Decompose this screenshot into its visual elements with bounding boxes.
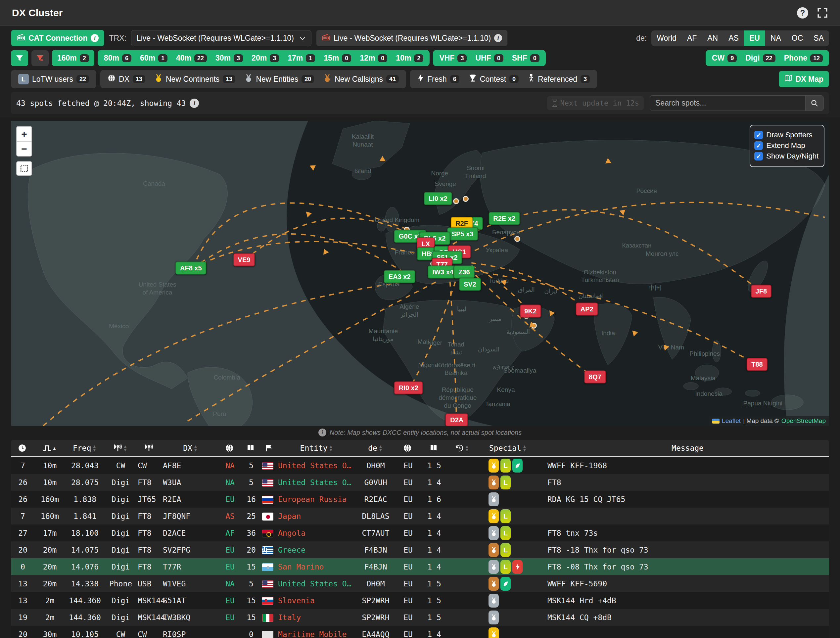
- spot-badge-8q7[interactable]: 8Q7: [584, 371, 606, 384]
- spot-badge-jf8[interactable]: JF8: [751, 285, 772, 298]
- spot-badge-d2a[interactable]: D2A: [445, 413, 468, 426]
- filter-fresh[interactable]: Fresh6: [414, 72, 463, 86]
- table-row[interactable]: 7160m1.841DigiFT8JF8QNFAS25JapanDL8LASEU…: [11, 508, 829, 524]
- search-icon[interactable]: [805, 95, 824, 111]
- col-dx-continent[interactable]: [218, 444, 240, 452]
- leaflet-link[interactable]: Leaflet: [722, 417, 741, 425]
- openstreetmap-link[interactable]: OpenStreetMap: [782, 417, 826, 425]
- band-filter-10m[interactable]: 10m2: [392, 52, 427, 65]
- map-option-draw-spotters[interactable]: ✓Draw Spotters: [754, 131, 818, 139]
- de-continent-oc[interactable]: OC: [786, 30, 808, 46]
- table-row[interactable]: 1320m14.338PhoneUSBW1VEGNA5United States…: [11, 575, 829, 592]
- map-option-extend-map[interactable]: ✓Extend Map: [754, 141, 818, 150]
- cat-connection-button[interactable]: CAT Connection i: [11, 30, 104, 46]
- map-fullscreen-button[interactable]: [16, 161, 32, 176]
- col-dx[interactable]: DX▲▼: [161, 444, 218, 452]
- dx-map-label: DX Map: [796, 75, 823, 84]
- col-dx-spotters[interactable]: [240, 444, 261, 452]
- de-continent-eu[interactable]: EU: [744, 30, 765, 46]
- spot-badge-t88[interactable]: T88: [747, 358, 767, 371]
- spot-badge-af8[interactable]: AF8 x5: [175, 262, 207, 275]
- spot-badge-sv2[interactable]: SV2: [459, 278, 481, 291]
- cell-freq: 144.360: [65, 613, 104, 622]
- band-filter-15m[interactable]: 15m0: [320, 52, 355, 65]
- spot-badge-ea3[interactable]: EA3 x2: [384, 270, 415, 283]
- filter-new-continents[interactable]: New Continents13: [151, 72, 239, 86]
- band-filter-uhf[interactable]: UHF0: [472, 52, 507, 65]
- col-special[interactable]: Special▲▼: [477, 444, 546, 452]
- filter-new-entities[interactable]: New Entities20: [241, 72, 318, 86]
- band-filter-cw[interactable]: CW9: [708, 52, 741, 65]
- filter-referenced[interactable]: Referenced3: [524, 72, 594, 86]
- col-band[interactable]: ▲: [33, 444, 65, 452]
- col-de-spotters[interactable]: [420, 444, 447, 452]
- info-icon[interactable]: i: [494, 34, 502, 42]
- table-row[interactable]: 020m14.076DigiFT8T77REU15San MarinoF4BJN…: [11, 558, 829, 575]
- band-filter-40m[interactable]: 40m22: [172, 52, 210, 65]
- fullscreen-icon[interactable]: [817, 7, 828, 19]
- table-row[interactable]: 2030m10.105CWCWRI0SP0Maritime MobileEA4A…: [11, 626, 829, 638]
- zoom-out-button[interactable]: −: [17, 141, 32, 156]
- band-filter-80m[interactable]: 80m6: [100, 52, 135, 65]
- band-filter-phone[interactable]: Phone12: [780, 52, 826, 65]
- table-row[interactable]: 710m28.043CWCWAF8ENA5United States O…OH0…: [11, 457, 829, 474]
- dx-map[interactable]: KalaallitNunaatIslandNorgeSverigeSuomiFi…: [11, 121, 829, 426]
- col-submode[interactable]: [136, 444, 161, 452]
- table-row[interactable]: 132m144.360DigiMSK144S51ATEU15SloveniaSP…: [11, 592, 829, 609]
- band-filter-60m[interactable]: 60m1: [136, 52, 171, 65]
- map-country-label: افغانستان: [578, 292, 604, 300]
- col-freq[interactable]: Freq▲▼: [65, 444, 104, 452]
- info-icon[interactable]: i: [91, 34, 99, 42]
- search-input[interactable]: [650, 95, 805, 111]
- de-continent-world[interactable]: World: [651, 30, 682, 46]
- table-row[interactable]: 2020m14.075DigiFT8SV2FPGEU20GreeceF4BJNE…: [11, 542, 829, 558]
- map-country-label: KalaallitNunaat: [352, 133, 374, 148]
- spot-badge-ap2[interactable]: AP2: [576, 302, 598, 315]
- table-row[interactable]: 2610m28.075DigiFT8W3UANA5United States O…: [11, 474, 829, 491]
- spot-badge-ve9[interactable]: VE9: [233, 253, 255, 266]
- table-row[interactable]: 192m144.360DigiMSK144IW3BKQEU15ItalySP2W…: [11, 609, 829, 626]
- col-de[interactable]: de▲▼: [355, 444, 395, 452]
- band-filter-20m[interactable]: 20m3: [248, 52, 283, 65]
- col-entity[interactable]: Entity▲▼: [277, 444, 355, 452]
- trx-select[interactable]: Live - WebSocket (Requires WLGate>=1.1.1…: [131, 30, 311, 46]
- band-filter-17m[interactable]: 17m1: [284, 52, 319, 65]
- de-continent-an[interactable]: AN: [702, 30, 723, 46]
- de-continent-af[interactable]: AF: [682, 30, 702, 46]
- band-filter-12m[interactable]: 12m0: [356, 52, 391, 65]
- spot-badge-li0[interactable]: LI0 x2: [424, 192, 452, 205]
- table-row[interactable]: 2717m18.100DigiFT8D2ACEAF36AngolaCT7AUTE…: [11, 524, 829, 542]
- de-continent-na[interactable]: NA: [765, 30, 786, 46]
- spot-badge-sp5[interactable]: SP5 x3: [447, 228, 478, 240]
- band-filter-vhf[interactable]: VHF3: [436, 52, 470, 65]
- map-option-show-day-night[interactable]: ✓Show Day/Night: [754, 152, 818, 161]
- band-filter-digi[interactable]: Digi22: [742, 52, 779, 65]
- filter-dx[interactable]: DX13: [104, 72, 149, 86]
- col-mode[interactable]: ▲▼: [104, 444, 136, 452]
- col-time[interactable]: [11, 444, 33, 452]
- spot-badge-iw3[interactable]: IW3 x4: [428, 266, 458, 279]
- spot-badge-9k2[interactable]: 9K2: [519, 305, 541, 318]
- filter-off-button[interactable]: [32, 50, 49, 66]
- spot-badge-z36[interactable]: Z36: [454, 266, 474, 279]
- band-filter-shf[interactable]: SHF0: [508, 52, 543, 65]
- dx-map-button[interactable]: DX Map: [779, 71, 829, 87]
- col-de-continent[interactable]: [395, 444, 420, 452]
- col-history[interactable]: ▲▼: [447, 444, 477, 452]
- zoom-in-button[interactable]: +: [17, 127, 32, 141]
- live-websocket-button[interactable]: Live - WebSocket (Requires WLGate>=1.1.1…: [316, 30, 508, 46]
- filter-on-button[interactable]: [11, 50, 28, 66]
- band-filter-160m[interactable]: 160m2: [52, 50, 94, 66]
- de-continent-as[interactable]: AS: [723, 30, 744, 46]
- help-icon[interactable]: ?: [797, 7, 808, 19]
- cell-special: L: [477, 459, 546, 472]
- info-icon[interactable]: i: [189, 99, 199, 108]
- spot-badge-ri0[interactable]: RI0 x2: [394, 381, 423, 394]
- de-continent-sa[interactable]: SA: [808, 30, 829, 46]
- spot-badge-r2e[interactable]: R2E x2: [488, 212, 520, 225]
- filter-contest[interactable]: Contest0: [465, 72, 523, 86]
- table-row[interactable]: 26160m1.838DigiJT65R2EAEU16European Russ…: [11, 491, 829, 508]
- lotw-users-filter[interactable]: L LoTW users 22: [14, 72, 93, 86]
- band-filter-30m[interactable]: 30m3: [212, 52, 246, 65]
- filter-new-callsigns[interactable]: New Callsigns41: [319, 72, 403, 86]
